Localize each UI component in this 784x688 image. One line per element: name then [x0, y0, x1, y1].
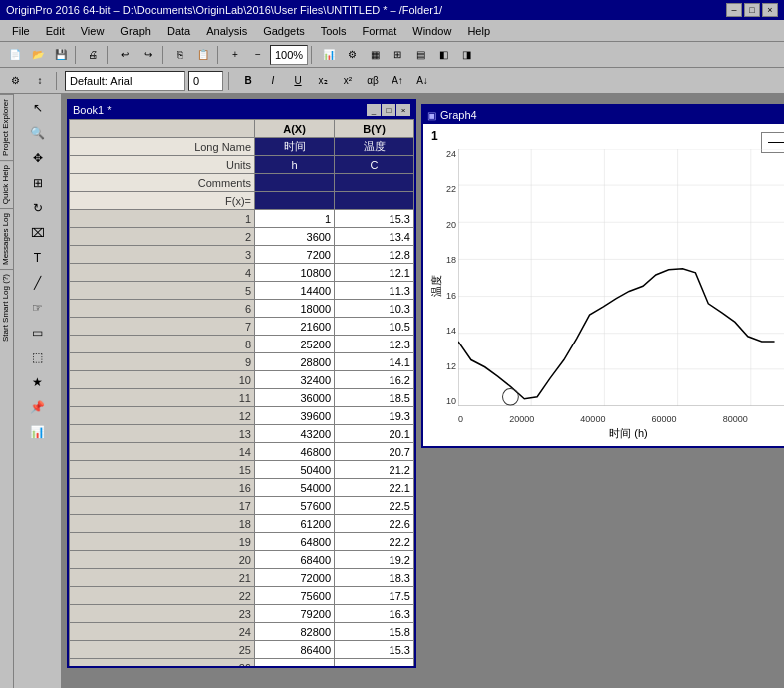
col-b-header[interactable]: B(Y) — [335, 120, 414, 138]
cell-a4[interactable]: 10800 — [255, 264, 335, 282]
sidebar-btn-pin[interactable]: 📌 — [26, 395, 50, 419]
cell-b9[interactable]: 14.1 — [335, 353, 414, 371]
italic-button[interactable]: I — [262, 70, 284, 92]
cell-a1[interactable]: 1 — [255, 210, 335, 228]
vert-tab-messages[interactable]: Messages Log — [0, 208, 13, 269]
col-b-comments[interactable] — [335, 174, 414, 192]
col-a-units[interactable]: h — [255, 156, 335, 174]
sidebar-btn-data[interactable]: 📊 — [26, 420, 50, 444]
cell-b26[interactable] — [335, 659, 414, 667]
graph-button[interactable]: 📊 — [318, 44, 340, 66]
tb-btn-extra4[interactable]: ◧ — [432, 44, 454, 66]
menu-file[interactable]: File — [4, 23, 38, 39]
cell-b3[interactable]: 12.8 — [335, 246, 414, 264]
cell-b13[interactable]: 20.1 — [335, 425, 414, 443]
menu-data[interactable]: Data — [159, 23, 198, 39]
menu-gadgets[interactable]: Gadgets — [255, 23, 313, 39]
graph-title-bar[interactable]: ▣ Graph4 _ □ × — [423, 106, 784, 124]
cell-a6[interactable]: 18000 — [255, 300, 335, 318]
underline-button[interactable]: U — [287, 70, 309, 92]
cell-a22[interactable]: 75600 — [255, 587, 335, 605]
cell-a15[interactable]: 50400 — [255, 461, 335, 479]
cell-b18[interactable]: 22.6 — [335, 515, 414, 533]
sidebar-btn-fill[interactable]: ⬚ — [26, 345, 50, 369]
cell-a13[interactable]: 43200 — [255, 425, 335, 443]
vert-tab-project[interactable]: Project Explorer — [0, 94, 13, 160]
sidebar-btn-rect[interactable]: ▭ — [26, 321, 50, 344]
cell-a11[interactable]: 36000 — [255, 389, 335, 407]
cell-b10[interactable]: 16.2 — [335, 371, 414, 389]
zoom-in-button[interactable]: + — [224, 44, 246, 66]
sidebar-btn-zoom[interactable]: 🔍 — [26, 121, 50, 145]
tb-btn-extra3[interactable]: ▤ — [409, 44, 431, 66]
sidebar-btn-move[interactable]: ✥ — [26, 146, 50, 170]
save-button[interactable]: 💾 — [50, 44, 72, 66]
minimize-button[interactable]: – — [726, 3, 742, 17]
tb2-btn1[interactable]: ⚙ — [4, 70, 26, 92]
maximize-button[interactable]: □ — [744, 3, 760, 17]
cell-a21[interactable]: 72000 — [255, 569, 335, 587]
cell-b1[interactable]: 15.3 — [335, 210, 414, 228]
menu-view[interactable]: View — [73, 23, 113, 39]
cell-a10[interactable]: 32400 — [255, 371, 335, 389]
cell-a20[interactable]: 68400 — [255, 551, 335, 569]
col-a-fx[interactable] — [255, 192, 335, 210]
cell-b24[interactable]: 15.8 — [335, 623, 414, 641]
menu-graph[interactable]: Graph — [112, 23, 159, 39]
ss-minimize[interactable]: _ — [367, 104, 381, 116]
cell-b17[interactable]: 22.5 — [335, 497, 414, 515]
spreadsheet-title-bar[interactable]: Book1 * _ □ × — [69, 101, 414, 119]
greek-button[interactable]: αβ — [362, 70, 384, 92]
redo-button[interactable]: ↪ — [137, 44, 159, 66]
cell-a25[interactable]: 86400 — [255, 641, 335, 659]
bold-button[interactable]: B — [237, 70, 259, 92]
vert-tab-start[interactable]: Start Smart Log (?) — [0, 269, 13, 345]
cell-a24[interactable]: 82800 — [255, 623, 335, 641]
col-a-header[interactable]: A(X) — [255, 120, 335, 138]
col-a-comments[interactable] — [255, 174, 335, 192]
settings-button[interactable]: ⚙ — [341, 44, 363, 66]
cell-a2[interactable]: 3600 — [255, 228, 335, 246]
font-decrease-button[interactable]: A↓ — [411, 70, 433, 92]
cell-b12[interactable]: 19.3 — [335, 407, 414, 425]
open-button[interactable]: 📂 — [27, 44, 49, 66]
cell-a19[interactable]: 64800 — [255, 533, 335, 551]
cell-a26[interactable] — [255, 659, 335, 667]
cell-b22[interactable]: 17.5 — [335, 587, 414, 605]
sidebar-btn-star[interactable]: ★ — [26, 370, 50, 394]
cell-a23[interactable]: 79200 — [255, 605, 335, 623]
cell-a7[interactable]: 21600 — [255, 318, 335, 336]
copy-button[interactable]: ⎘ — [169, 44, 191, 66]
sidebar-btn-arrow[interactable]: ↖ — [26, 96, 50, 120]
sidebar-btn-pan[interactable]: ☞ — [26, 296, 50, 320]
cell-a3[interactable]: 7200 — [255, 246, 335, 264]
cell-b6[interactable]: 10.3 — [335, 300, 414, 318]
cell-b7[interactable]: 10.5 — [335, 318, 414, 336]
sidebar-btn-grid[interactable]: ⊞ — [26, 171, 50, 195]
cell-b5[interactable]: 11.3 — [335, 282, 414, 300]
tb2-btn2[interactable]: ↕ — [29, 70, 51, 92]
tb-btn-extra1[interactable]: ▦ — [364, 44, 386, 66]
undo-button[interactable]: ↩ — [114, 44, 136, 66]
col-a-long-name[interactable]: 时间 — [255, 138, 335, 156]
cell-b16[interactable]: 22.1 — [335, 479, 414, 497]
font-size-box[interactable]: 0 — [188, 71, 223, 91]
sidebar-btn-draw1[interactable]: ⌧ — [26, 221, 50, 245]
sidebar-btn-rotate[interactable]: ↻ — [26, 196, 50, 220]
cell-a17[interactable]: 57600 — [255, 497, 335, 515]
sidebar-btn-draw2[interactable]: T — [26, 246, 50, 270]
cell-a8[interactable]: 25200 — [255, 336, 335, 353]
menu-format[interactable]: Format — [354, 23, 404, 39]
superscript-button[interactable]: x² — [337, 70, 359, 92]
cell-b25[interactable]: 15.3 — [335, 641, 414, 659]
font-increase-button[interactable]: A↑ — [387, 70, 408, 92]
cell-b8[interactable]: 12.3 — [335, 336, 414, 353]
print-button[interactable]: 🖨 — [82, 44, 104, 66]
tb-btn-extra5[interactable]: ◨ — [455, 44, 477, 66]
cell-b20[interactable]: 19.2 — [335, 551, 414, 569]
sidebar-btn-line[interactable]: ╱ — [26, 271, 50, 295]
cell-a18[interactable]: 61200 — [255, 515, 335, 533]
col-b-units[interactable]: C — [335, 156, 414, 174]
menu-help[interactable]: Help — [459, 23, 498, 39]
cell-b15[interactable]: 21.2 — [335, 461, 414, 479]
